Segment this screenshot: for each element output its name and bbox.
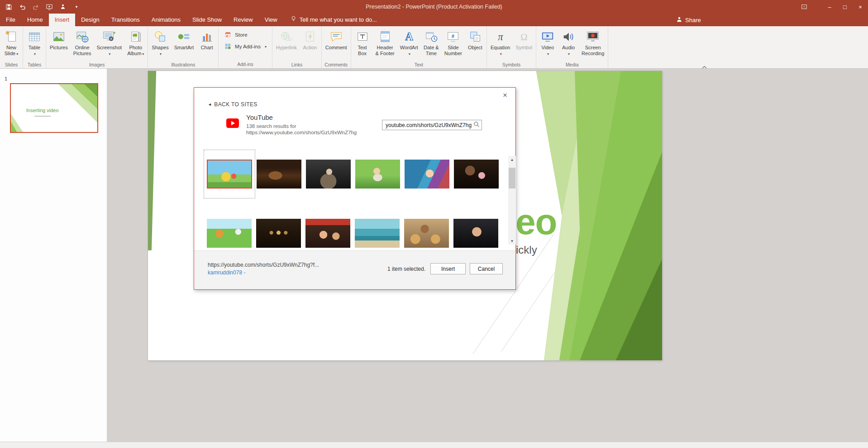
back-to-sites-button[interactable]: ◄ BACK TO SITES (208, 101, 258, 108)
action-button[interactable]: Action (300, 27, 320, 61)
scroll-up-icon[interactable]: ▲ (508, 156, 516, 163)
group-label-slides: Slides (0, 61, 23, 68)
video-button[interactable]: Video ▾ (537, 27, 558, 61)
pictures-button[interactable]: Pictures (47, 27, 71, 61)
tell-me-box[interactable]: Tell me what you want to do... (291, 14, 377, 26)
customize-qat-icon[interactable]: ▾ (72, 3, 81, 11)
wordart-icon: A (402, 28, 416, 45)
group-label-illustrations: Illustrations (148, 61, 218, 68)
share-label: Share (685, 17, 701, 24)
dialog-close-icon[interactable]: × (500, 90, 510, 100)
video-thumbnail[interactable] (256, 219, 301, 248)
tab-home[interactable]: Home (21, 14, 49, 26)
screenshot-button[interactable]: Screenshot ▾ (94, 27, 125, 61)
equation-icon: π (494, 28, 507, 45)
label: Slide (448, 45, 458, 51)
search-input[interactable] (386, 122, 473, 128)
share-person-icon (676, 16, 682, 24)
title-bar: ▾ Presentation2 - PowerPoint (Product Ac… (0, 0, 868, 14)
cancel-button[interactable]: Cancel (470, 263, 503, 274)
tab-view[interactable]: View (259, 14, 283, 26)
svg-text:#: # (452, 33, 455, 39)
label: ▾ (499, 51, 502, 57)
ribbon-tab-row: File Home Insert Design Transitions Anim… (0, 14, 868, 26)
label: Online (75, 45, 90, 51)
label: Action (303, 45, 317, 51)
selected-video-author-link[interactable]: kamruddin078 - (208, 269, 245, 276)
audio-button[interactable]: Audio ▾ (558, 27, 579, 61)
date-time-button[interactable]: Date & Time (421, 27, 442, 61)
scroll-down-icon[interactable]: ▼ (508, 237, 516, 245)
label: WordArt (400, 45, 418, 51)
shapes-button[interactable]: Shapes ▾ (149, 27, 171, 61)
video-thumbnail[interactable] (207, 219, 252, 248)
video-thumbnail[interactable] (404, 219, 449, 248)
start-slideshow-icon[interactable] (45, 3, 53, 11)
close-button[interactable]: × (853, 0, 868, 14)
text-box-button[interactable]: Text Box (352, 27, 373, 61)
ribbon-group-text: Text Box Header & Footer A WordArt ▾ (351, 26, 487, 68)
label: Table (29, 45, 40, 51)
tab-slideshow[interactable]: Slide Show (186, 14, 228, 26)
tab-insert[interactable]: Insert (49, 14, 76, 26)
svg-text:A: A (405, 30, 413, 42)
wordart-button[interactable]: A WordArt ▾ (397, 27, 421, 61)
slide-number-button[interactable]: # Slide Number (442, 27, 465, 61)
online-pictures-button[interactable]: Online Pictures (71, 27, 94, 61)
redo-icon[interactable] (32, 3, 40, 11)
store-button[interactable]: Store (219, 29, 252, 41)
comment-button[interactable]: Comment (323, 27, 350, 61)
video-thumbnail[interactable] (405, 160, 449, 189)
video-thumbnail[interactable] (355, 219, 400, 248)
new-slide-button[interactable]: New Slide▾ (1, 27, 22, 61)
tab-file[interactable]: File (0, 14, 21, 26)
label: ▾ (546, 51, 549, 57)
save-icon[interactable] (5, 3, 13, 11)
lightbulb-icon (291, 14, 296, 26)
video-thumbnail[interactable] (454, 160, 499, 189)
minimize-button[interactable]: – (822, 0, 837, 14)
label: ▾ (408, 51, 410, 57)
photo-album-button[interactable]: Photo Album▾ (124, 27, 147, 61)
tab-review[interactable]: Review (228, 14, 259, 26)
action-icon (303, 28, 317, 45)
slide-number: 1 (5, 76, 7, 81)
object-button[interactable]: Object (465, 27, 486, 61)
video-thumbnail[interactable] (257, 160, 301, 189)
undo-icon[interactable] (18, 3, 26, 11)
collapse-ribbon-icon[interactable] (702, 62, 707, 71)
tab-transitions[interactable]: Transitions (105, 14, 146, 26)
symbol-button[interactable]: Ω Symbol (513, 27, 535, 61)
screen-recording-button[interactable]: Screen Recording (579, 27, 607, 61)
ribbon-group-tables: Table ▾ Tables (23, 26, 46, 68)
search-icon[interactable] (473, 121, 480, 129)
tab-design[interactable]: Design (75, 14, 105, 26)
thumbnail-scrollbar[interactable]: ▲ ▼ (508, 156, 516, 245)
label: Chart (201, 45, 213, 51)
video-thumbnail-selected[interactable] (207, 160, 252, 189)
video-thumbnail[interactable] (453, 219, 498, 248)
my-addins-button[interactable]: My Add-ins ▾ (219, 41, 271, 52)
share-button[interactable]: Share (676, 14, 701, 26)
video-thumbnail[interactable] (306, 160, 351, 189)
maximize-button[interactable]: □ (837, 0, 853, 14)
video-thumbnail[interactable] (355, 160, 400, 189)
equation-button[interactable]: π Equation ▾ (488, 27, 513, 61)
ribbon-group-links: Hyperlink Action Links (272, 26, 322, 68)
video-thumbnail[interactable] (305, 219, 350, 248)
chart-button[interactable]: Chart (196, 27, 217, 61)
hyperlink-button[interactable]: Hyperlink (273, 27, 300, 61)
thumbnail-slide-title: Inserting video (26, 108, 59, 113)
smartart-button[interactable]: SmartArt (172, 27, 196, 61)
scrollbar-thumb[interactable] (509, 168, 515, 189)
header-footer-button[interactable]: Header & Footer (373, 27, 397, 61)
label: Video (541, 45, 554, 51)
tab-animations[interactable]: Animations (146, 14, 186, 26)
selection-status: 1 item selected. (387, 266, 425, 272)
touch-mode-icon[interactable] (59, 3, 67, 11)
ribbon-display-options-icon[interactable] (796, 0, 812, 14)
table-button[interactable]: Table ▾ (24, 27, 45, 61)
thumbnail-row-2 (207, 219, 498, 248)
insert-button[interactable]: Insert (430, 263, 466, 274)
slide-1-thumbnail[interactable]: Inserting video (10, 83, 98, 133)
